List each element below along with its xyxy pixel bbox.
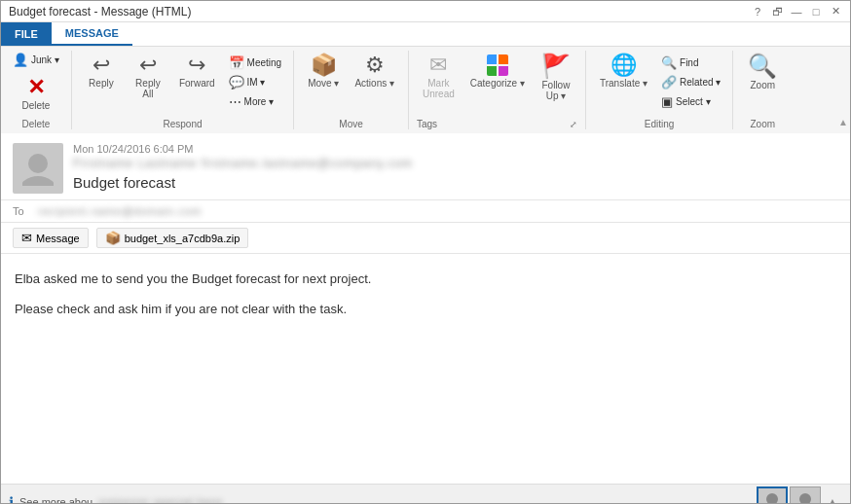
find-button[interactable]: 🔍 Find (657, 54, 724, 72)
categorize-label: Categorize ▾ (470, 78, 525, 89)
editing-small-buttons: 🔍 Find 🔗 Related ▾ ▣ Select ▾ (657, 51, 724, 111)
status-avatar-2[interactable] (790, 486, 821, 505)
translate-icon: 🌐 (610, 54, 637, 76)
respond-small-buttons: 📅 Meeting 💬 IM ▾ ⋯ More ▾ (225, 51, 286, 111)
mark-unread-icon: ✉ (429, 54, 447, 76)
im-button[interactable]: 💬 IM ▾ (225, 73, 286, 91)
svg-point-0 (28, 154, 48, 173)
email-header: Mon 10/24/2016 6:04 PM Firstname Lastnam… (1, 133, 850, 200)
attachments-row: ✉ Message 📦 budget_xls_a7cdb9a.zip (1, 223, 850, 254)
im-label: IM ▾ (247, 77, 266, 88)
tags-group-label: Tags ⤢ (417, 117, 577, 129)
tab-message[interactable]: MESSAGE (52, 22, 132, 46)
ribbon-group-move: 📦 Move ▾ ⚙ Actions ▾ Move (294, 51, 409, 129)
email-date: Mon 10/24/2016 6:04 PM (73, 143, 838, 155)
more-button[interactable]: ⋯ More ▾ (225, 92, 286, 111)
message-att-icon: ✉ (21, 231, 32, 245)
recipient-address: recipient.name@domain.com (38, 205, 202, 217)
editing-group-content: 🌐 Translate ▾ 🔍 Find 🔗 Related ▾ ▣ Selec… (594, 51, 724, 117)
delete-button[interactable]: ✕ Delete (15, 73, 57, 115)
actions-button[interactable]: ⚙ Actions ▾ (349, 51, 400, 92)
move-label: Move ▾ (308, 78, 339, 89)
select-icon: ▣ (661, 94, 673, 109)
forward-label: Forward (179, 78, 215, 89)
to-label: To (13, 205, 32, 217)
actions-icon: ⚙ (365, 54, 385, 76)
email-from: Firstname Lastname firstname.lastname@co… (73, 157, 838, 170)
ribbon: 👤 Junk ▾ ✕ Delete Delete ↩ Reply ↩ Reply… (1, 46, 850, 133)
forward-button[interactable]: ↪ Forward (173, 51, 221, 92)
ribbon-tabs: FILE MESSAGE (1, 22, 850, 46)
reply-all-button[interactable]: ↩ ReplyAll (127, 51, 169, 103)
move-group-label: Move (302, 117, 400, 129)
junk-label: Junk ▾ (31, 54, 59, 65)
message-attachment[interactable]: ✉ Message (13, 228, 89, 248)
reply-all-icon: ↩ (139, 54, 157, 76)
restore-button[interactable]: 🗗 (770, 5, 784, 18)
close-button[interactable]: ✕ (829, 5, 842, 18)
related-label: Related ▾ (680, 77, 721, 88)
maximize-button[interactable]: □ (809, 5, 823, 18)
meeting-icon: 📅 (229, 55, 244, 70)
meeting-button[interactable]: 📅 Meeting (225, 54, 286, 72)
email-to-row: To recipient.name@domain.com (1, 200, 850, 223)
delete-group-label: Delete (9, 117, 63, 129)
respond-group-label: Respond (80, 117, 285, 129)
title-bar: Budget forecast - Message (HTML) ? 🗗 — □… (1, 1, 850, 22)
zip-att-label: budget_xls_a7cdb9a.zip (125, 233, 240, 244)
ribbon-group-respond: ↩ Reply ↩ ReplyAll ↪ Forward 📅 Meeting 💬… (72, 51, 294, 129)
tab-file[interactable]: FILE (1, 22, 52, 46)
find-label: Find (680, 57, 698, 68)
sender-name: Firstname Lastname firstname.lastname@co… (73, 157, 413, 170)
ribbon-group-tags: ✉ MarkUnread Categorize ▾ 🚩 FollowUp ▾ T… (409, 51, 586, 129)
junk-icon: 👤 (13, 53, 28, 67)
select-button[interactable]: ▣ Select ▾ (657, 92, 724, 111)
related-button[interactable]: 🔗 Related ▾ (657, 73, 724, 91)
followup-button[interactable]: 🚩 FollowUp ▾ (535, 51, 577, 105)
actions-label: Actions ▾ (354, 78, 394, 89)
svg-point-4 (799, 493, 811, 505)
zoom-label: Zoom (751, 80, 776, 90)
related-icon: 🔗 (661, 75, 677, 90)
delete-group-content: 👤 Junk ▾ ✕ Delete (9, 51, 63, 117)
forward-icon: ↪ (188, 54, 205, 76)
im-icon: 💬 (229, 75, 244, 90)
reply-button[interactable]: ↩ Reply (80, 51, 123, 92)
email-body: Elba asked me to send you the Budget for… (1, 254, 850, 345)
translate-label: Translate ▾ (600, 78, 648, 89)
info-icon: ℹ (9, 494, 14, 505)
mark-unread-label: MarkUnread (423, 78, 455, 99)
status-avatars: ▲ (757, 486, 842, 505)
delete-label: Delete (22, 100, 51, 111)
zoom-group-label: Zoom (741, 117, 784, 129)
zoom-button[interactable]: 🔍 Zoom (741, 51, 784, 94)
move-group-content: 📦 Move ▾ ⚙ Actions ▾ (302, 51, 400, 117)
select-label: Select ▾ (676, 96, 711, 107)
mark-unread-button[interactable]: ✉ MarkUnread (417, 51, 461, 103)
categorize-icon (487, 54, 508, 76)
zip-attachment[interactable]: 📦 budget_xls_a7cdb9a.zip (96, 228, 249, 248)
message-att-label: Message (36, 233, 80, 244)
move-button[interactable]: 📦 Move ▾ (302, 51, 345, 92)
editing-group-label: Editing (594, 117, 724, 129)
categorize-button[interactable]: Categorize ▾ (464, 51, 531, 92)
reply-all-label: ReplyAll (135, 78, 161, 99)
status-avatar-1[interactable] (757, 486, 788, 505)
help-button[interactable]: ? (751, 5, 764, 18)
followup-icon: 🚩 (541, 54, 571, 78)
reply-label: Reply (89, 78, 114, 89)
ribbon-group-editing: 🌐 Translate ▾ 🔍 Find 🔗 Related ▾ ▣ Selec… (586, 51, 733, 129)
zoom-icon: 🔍 (748, 54, 777, 78)
status-chevron-up[interactable]: ▲ (823, 491, 842, 505)
ribbon-collapse-arrow[interactable]: ▲ (836, 115, 850, 129)
tags-group-content: ✉ MarkUnread Categorize ▾ 🚩 FollowUp ▾ (417, 51, 577, 117)
body-line-2: Please check and ask him if you are not … (15, 300, 836, 320)
junk-button[interactable]: 👤 Junk ▾ (9, 51, 63, 69)
tags-expand-icon[interactable]: ⤢ (570, 120, 577, 129)
delete-icon: ✕ (27, 77, 45, 98)
minimize-button[interactable]: — (790, 5, 803, 18)
move-icon: 📦 (311, 54, 337, 76)
zip-att-icon: 📦 (105, 231, 121, 245)
translate-button[interactable]: 🌐 Translate ▾ (594, 51, 653, 92)
followup-label: FollowUp ▾ (541, 80, 570, 101)
